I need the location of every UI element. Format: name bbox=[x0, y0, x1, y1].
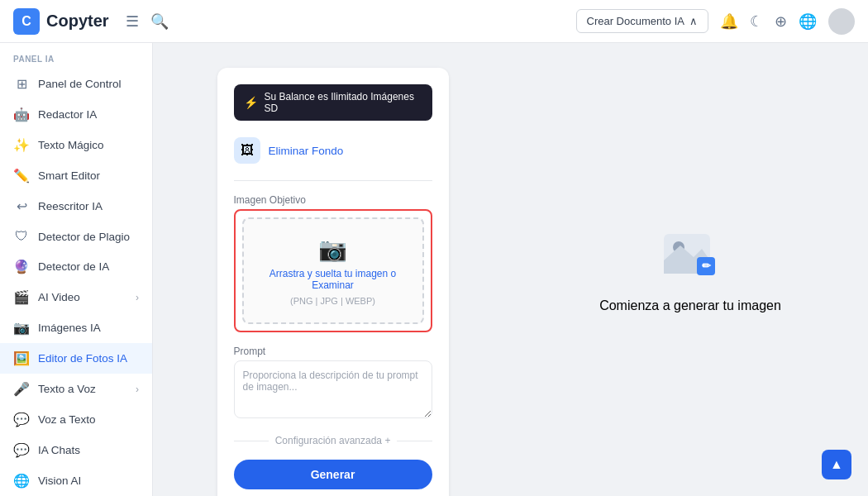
adv-line-right bbox=[397, 441, 432, 441]
sidebar-section-label: PANEL IA bbox=[0, 43, 152, 69]
divider bbox=[234, 180, 432, 181]
sidebar-item-ai-video[interactable]: 🎬 AI Video › bbox=[0, 282, 152, 312]
search-icon[interactable]: 🔍 bbox=[150, 12, 169, 31]
sidebar-item-label: Smart Editor bbox=[38, 169, 139, 182]
dropzone[interactable]: 📷 Arrastra y suelta tu imagen o Examinar… bbox=[242, 217, 424, 324]
remove-bg-icon: 🖼 bbox=[241, 143, 254, 158]
robot-icon: 🤖 bbox=[13, 107, 30, 122]
arrow-right-icon: › bbox=[136, 292, 139, 303]
sidebar-item-label: Reescritor IA bbox=[38, 200, 139, 212]
scroll-top-button[interactable]: ▲ bbox=[822, 450, 851, 479]
sidebar-item-label: Panel de Control bbox=[38, 78, 139, 90]
main-layout: PANEL IA ⊞ Panel de Control 🤖 Redactor I… bbox=[0, 43, 868, 496]
dropzone-text: Arrastra y suelta tu imagen o Examinar bbox=[252, 268, 414, 291]
sidebar-item-detector-ia[interactable]: 🔮 Detector de IA bbox=[0, 251, 152, 282]
edit-icon: ✏️ bbox=[13, 168, 30, 184]
balance-banner: ⚡ Su Balance es Ilimitado Imágenes SD bbox=[234, 84, 432, 121]
examinar-link[interactable]: Examinar bbox=[312, 279, 354, 291]
sidebar-item-label: Detector de IA bbox=[38, 260, 139, 273]
sidebar-item-imagenes-ia[interactable]: 📷 Imágenes IA bbox=[0, 312, 152, 343]
rewrite-icon: ↩ bbox=[13, 198, 30, 214]
adv-line-left bbox=[234, 441, 269, 441]
chat-icon: 💬 bbox=[13, 442, 30, 458]
prompt-label: Prompt bbox=[234, 346, 432, 357]
sidebar-item-label: Imágenes IA bbox=[38, 322, 139, 334]
sidebar-item-texto-magico[interactable]: ✨ Texto Mágico bbox=[0, 130, 152, 160]
sidebar-item-label: Voz a Texto bbox=[38, 413, 139, 426]
crear-doc-label: Crear Documento IA bbox=[587, 15, 685, 27]
imagen-objetivo-label: Imagen Objetivo bbox=[234, 194, 432, 206]
logo: C Copyter bbox=[13, 8, 109, 35]
mic-icon: 🎤 bbox=[13, 381, 30, 397]
chevron-down-icon: ∧ bbox=[689, 15, 698, 27]
logo-box: C bbox=[13, 8, 40, 35]
photo-editor-icon: 🖼️ bbox=[13, 351, 30, 366]
sidebar-item-smart-editor[interactable]: ✏️ Smart Editor bbox=[0, 160, 152, 191]
sidebar: PANEL IA ⊞ Panel de Control 🤖 Redactor I… bbox=[0, 43, 153, 496]
sidebar-item-detector-plagio[interactable]: 🛡 Detector de Plagio bbox=[0, 222, 152, 251]
camera-dropzone-icon: 📷 bbox=[318, 236, 347, 263]
preview-icon-container: ✏ bbox=[661, 226, 720, 289]
grid-icon: ⊞ bbox=[13, 76, 30, 92]
magic-icon: ✨ bbox=[13, 137, 30, 153]
tool-label: Eliminar Fondo bbox=[269, 145, 344, 157]
sidebar-item-reescritor-ia[interactable]: ↩ Reescritor IA bbox=[0, 191, 152, 222]
sidebar-item-ia-chats[interactable]: 💬 IA Chats bbox=[0, 435, 152, 465]
video-icon: 🎬 bbox=[13, 289, 30, 305]
imagen-objetivo-section: Imagen Objetivo 📷 Arrastra y suelta tu i… bbox=[234, 194, 432, 332]
detector-icon: 🔮 bbox=[13, 259, 30, 274]
globe2-icon: 🌐 bbox=[13, 473, 30, 489]
sidebar-item-label: AI Video bbox=[38, 291, 127, 303]
avatar[interactable] bbox=[828, 8, 855, 35]
svg-text:✏: ✏ bbox=[702, 260, 712, 272]
sidebar-item-label: Texto Mágico bbox=[38, 139, 139, 151]
sidebar-item-label: Vision AI bbox=[38, 475, 139, 487]
sidebar-item-label: Editor de Fotos IA bbox=[38, 352, 139, 365]
sidebar-item-panel-control[interactable]: ⊞ Panel de Control bbox=[0, 69, 152, 99]
tool-icon-box: 🖼 bbox=[234, 137, 260, 164]
sidebar-item-texto-a-voz[interactable]: 🎤 Texto a Voz › bbox=[0, 374, 152, 404]
topnav-left-icons: ☰ 🔍 bbox=[126, 12, 169, 31]
topnav-right-icons: Crear Documento IA ∧ 🔔 ☾ ⊕ 🌐 bbox=[576, 8, 856, 35]
menu-icon[interactable]: ☰ bbox=[126, 12, 139, 31]
advanced-config[interactable]: Configuración avanzada + bbox=[234, 435, 432, 446]
tool-item[interactable]: 🖼 Eliminar Fondo bbox=[234, 134, 432, 167]
moon-icon[interactable]: ☾ bbox=[750, 12, 763, 31]
topnav: C Copyter ☰ 🔍 Crear Documento IA ∧ 🔔 ☾ ⊕… bbox=[0, 0, 868, 43]
editor-card: ⚡ Su Balance es Ilimitado Imágenes SD 🖼 … bbox=[217, 68, 449, 496]
preview-image-icon: ✏ bbox=[661, 226, 720, 285]
sidebar-item-editor-fotos-ia[interactable]: 🖼️ Editor de Fotos IA bbox=[0, 343, 152, 374]
prompt-section: Prompt bbox=[234, 346, 432, 422]
camera-icon: 📷 bbox=[13, 320, 30, 336]
preview-text: Comienza a generar tu imagen bbox=[599, 298, 781, 313]
sidebar-item-label: Texto a Voz bbox=[38, 383, 127, 395]
bell-icon[interactable]: 🔔 bbox=[720, 12, 738, 31]
crear-documento-button[interactable]: Crear Documento IA ∧ bbox=[576, 9, 709, 33]
sidebar-item-label: Detector de Plagio bbox=[38, 231, 139, 243]
center-panel: ⚡ Su Balance es Ilimitado Imágenes SD 🖼 … bbox=[153, 43, 513, 496]
logo-text: Copyter bbox=[46, 12, 109, 31]
sidebar-item-label: IA Chats bbox=[38, 444, 139, 456]
sidebar-item-label: Redactor IA bbox=[38, 108, 139, 121]
globe-icon[interactable]: 🌐 bbox=[799, 12, 817, 31]
sidebar-item-vision-ai[interactable]: 🌐 Vision AI bbox=[0, 465, 152, 496]
sidebar-item-redactor-ia[interactable]: 🤖 Redactor IA bbox=[0, 99, 152, 130]
lightning-icon: ⚡ bbox=[244, 96, 258, 109]
balance-text: Su Balance es Ilimitado Imágenes SD bbox=[265, 91, 422, 114]
sidebar-item-voz-a-texto[interactable]: 💬 Voz a Texto bbox=[0, 404, 152, 435]
generar-button[interactable]: Generar bbox=[234, 460, 432, 489]
imagen-objetivo-wrapper: 📷 Arrastra y suelta tu imagen o Examinar… bbox=[234, 209, 432, 332]
dropzone-hint: (PNG | JPG | WEBP) bbox=[290, 296, 375, 306]
main-content: ⚡ Su Balance es Ilimitado Imágenes SD 🖼 … bbox=[153, 43, 868, 496]
shield-icon: 🛡 bbox=[13, 229, 30, 244]
voice-icon: 💬 bbox=[13, 412, 30, 427]
crosshair-icon[interactable]: ⊕ bbox=[775, 12, 787, 31]
right-preview-panel: ✏ Comienza a generar tu imagen bbox=[513, 43, 868, 496]
advanced-config-label: Configuración avanzada + bbox=[275, 435, 391, 446]
prompt-textarea[interactable] bbox=[234, 360, 432, 418]
arrow-right-icon: › bbox=[136, 384, 139, 395]
